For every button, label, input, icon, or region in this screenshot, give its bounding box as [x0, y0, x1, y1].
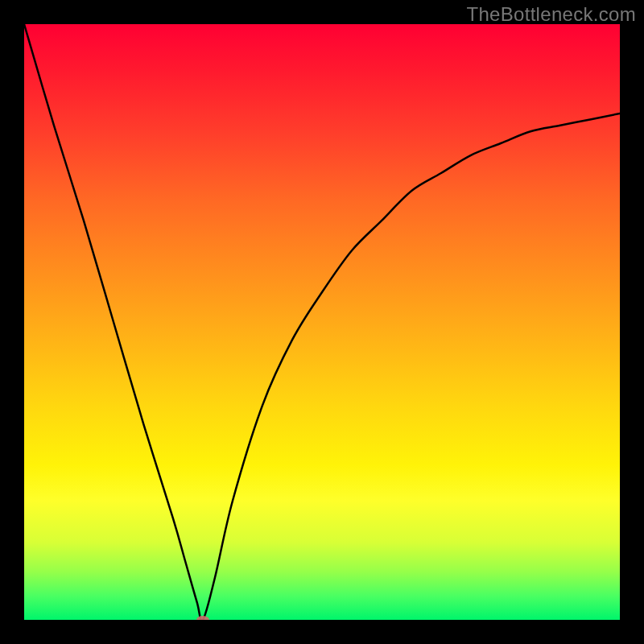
plot-area — [24, 24, 620, 620]
chart-frame: TheBottleneck.com — [0, 0, 644, 644]
attribution-text: TheBottleneck.com — [466, 3, 636, 26]
bottleneck-curve — [24, 24, 620, 620]
minimum-marker-icon — [196, 616, 209, 620]
curve-path — [24, 24, 620, 620]
